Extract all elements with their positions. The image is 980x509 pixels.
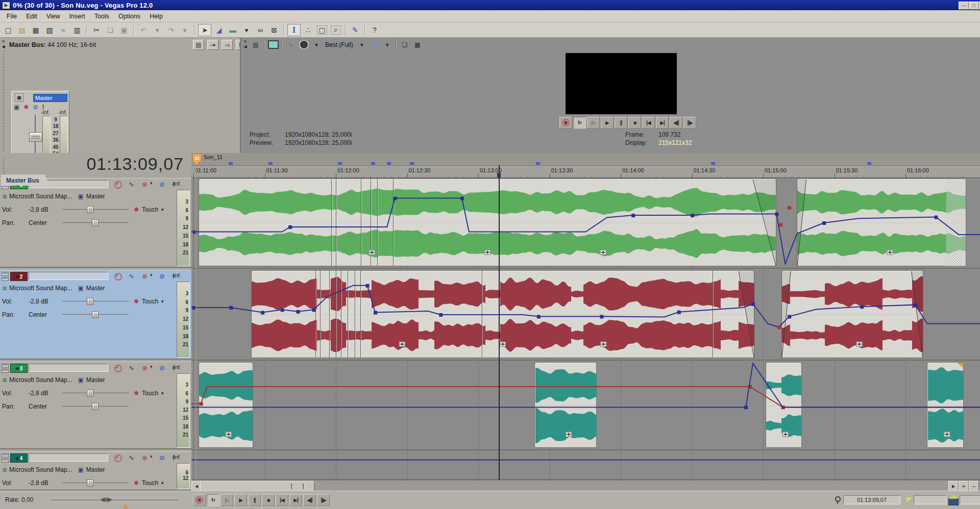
bus-mode-icon[interactable]: ▣ [15,93,23,102]
bus-properties-button[interactable]: ▤ [193,40,204,50]
overlay-dropdown[interactable]: ▾ [382,40,393,50]
render-as-button[interactable]: ≈ [57,24,69,36]
scrub-marker[interactable] [122,503,129,508]
track-envelope-button[interactable]: ∿ [129,181,134,188]
timeline-lanes[interactable] [191,178,980,481]
overlay-grid-button[interactable]: ⊞ [369,40,380,50]
selection-edit-tool-button[interactable]: ▬ [227,24,239,36]
marker-tag[interactable]: 11 [192,154,202,162]
insert-fx-button[interactable]: ⇥ [207,40,218,50]
pan-slider-handle[interactable] [92,219,99,226]
ignore-event-grouping-button[interactable]: ∞ [254,24,266,36]
track-fx-button[interactable]: ⊗ [142,364,148,372]
timecode-display[interactable]: 01:13:09,07 [0,154,184,174]
bus-assign-icon[interactable]: ▣ [78,466,83,473]
stop-button[interactable]: ■ [262,494,275,506]
save-snapshot-button[interactable]: ▦ [412,40,423,50]
cursor-position-box[interactable]: 01:13:09,07 [843,495,900,504]
automation-dropdown[interactable]: ▾ [161,299,164,304]
marker-bar[interactable]: 11 Son_11 [191,153,980,165]
pause-button[interactable]: || [615,117,627,129]
track-restore-button[interactable] [2,459,9,463]
zoom-edit-tool-button[interactable]: ⌕ [330,24,342,36]
audio-event-track3-3[interactable] [766,362,802,448]
preview-quality-dropdown[interactable]: ▾ [311,40,322,50]
record-arm-button[interactable] [114,181,122,189]
playback-cursor[interactable] [499,165,500,480]
automation-mode[interactable]: Touch [142,298,158,305]
marker-label[interactable]: Son_11 [204,154,223,160]
patch-chain-icon[interactable]: ≋ [2,285,7,292]
volume-slider[interactable] [62,298,129,305]
audio-event-track3-2[interactable] [534,362,597,448]
automation-settings-icon[interactable]: ✱ [134,390,139,397]
automation-settings-button[interactable]: ✱ [23,104,29,111]
track-fx-button[interactable]: ⊗ [142,272,148,280]
automation-settings-icon[interactable]: ✱ [134,298,139,305]
project-properties-button[interactable]: ▧ [43,24,56,36]
open-button[interactable]: ▤ [16,24,28,36]
patch-chain-icon[interactable]: ≋ [2,376,7,384]
scrub-slider-track[interactable] [51,500,179,500]
mute-button[interactable]: ⊘ [159,272,165,280]
volume-slider-handle[interactable] [87,206,93,213]
scrub-handle[interactable]: ◀◈▶ [100,496,111,503]
track-fx-dropdown[interactable]: ▾ [150,272,153,277]
collapse-dock-icon[interactable]: ◀ [2,45,5,49]
paint-tool-button[interactable]: ✎ [349,24,361,36]
undo-button[interactable]: ↶ [137,24,150,36]
video-output-fx-button[interactable]: ∿ [285,40,297,50]
master-name-input[interactable]: Master [33,94,67,102]
redo-dropdown[interactable]: ▾ [179,24,191,36]
loop-playback-button[interactable]: ↻ [207,494,219,506]
automation-settings-icon[interactable]: ✱ [134,206,139,213]
automation-mode[interactable]: Touch [142,479,158,487]
pan-slider-handle[interactable] [92,403,99,410]
tab-master-bus[interactable]: Master Bus [1,174,50,186]
next-frame-button[interactable]: ||▶ [317,494,330,506]
volume-slider[interactable] [62,479,129,487]
properties-button[interactable]: ▥ [71,24,83,36]
undo-dropdown[interactable]: ▾ [151,24,163,36]
bus-assign-icon[interactable]: ▣ [78,193,83,200]
track-fx-dropdown[interactable]: ▾ [150,454,153,459]
audio-event-track3-1[interactable] [199,362,253,448]
pause-button[interactable]: || [248,494,261,506]
menu-insert[interactable]: Insert [65,12,90,21]
minimize-button[interactable]: — [959,2,969,10]
video-dock-drag-handle[interactable] [244,51,247,152]
audio-event-track3-4[interactable] [927,362,964,448]
preview-quality-button[interactable] [298,40,309,50]
thumb-grip-left[interactable] [291,483,293,489]
track-header-3[interactable]: ◀3∿⊗▾⊘!-Inf.36912151821≋Microsoft Sound … [0,362,191,449]
go-to-end-button[interactable]: ▶| [289,494,302,506]
pan-value[interactable]: Center [29,403,62,410]
loop-playback-button[interactable]: ↻ [573,117,586,129]
save-button[interactable]: ▦ [30,24,42,36]
copy-snapshot-button[interactable]: ❏ [399,40,410,50]
pan-slider[interactable] [62,403,129,410]
volume-value[interactable]: -2.8 dB [29,479,62,487]
preview-properties-button[interactable]: ▤ [250,40,261,50]
new-project-button[interactable]: ▢ [2,24,14,36]
dock-drag-handle[interactable] [3,51,5,152]
volume-slider-handle[interactable] [87,298,93,305]
envelope-edit-tool-button[interactable]: ◢ [213,24,225,36]
automation-dropdown[interactable]: ▾ [161,391,164,396]
paste-button[interactable]: ▣ [118,24,130,36]
previous-frame-button[interactable]: ◀|| [303,494,316,506]
track-envelope-button[interactable]: ∿ [129,364,134,372]
track-header-2[interactable]: ◀2∿⊗▾⊘!-Inf.36912151821≋Microsoft Sound … [0,270,191,360]
normal-edit-tool-button[interactable]: ➤ [198,24,211,36]
track-fx-dropdown[interactable]: ▾ [150,364,153,369]
stop-button[interactable]: ■ [628,117,641,129]
menu-edit[interactable]: Edit [21,12,42,21]
close-video-dock-icon[interactable]: ✕ [243,40,247,44]
track-name-input[interactable] [29,364,108,372]
record-button[interactable] [193,494,206,506]
patch-chain-icon[interactable]: ≋ [2,466,7,473]
pan-value[interactable]: Center [29,219,62,226]
pan-slider-handle[interactable] [92,311,99,318]
volume-value[interactable]: -2,8 dB [29,298,62,305]
pan-value[interactable]: Center [29,311,62,318]
